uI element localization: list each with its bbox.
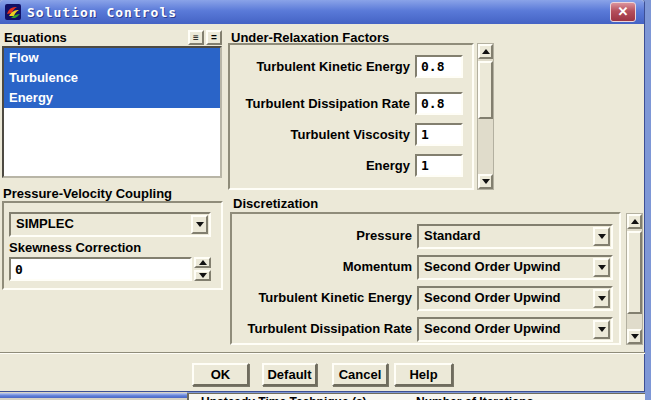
disc-dropdown-tke[interactable]: Second Order Upwind (417, 286, 613, 311)
dropdown-arrow-button[interactable] (593, 289, 610, 308)
dropdown-arrow-button[interactable] (593, 320, 610, 339)
skewness-stepper[interactable] (194, 257, 211, 281)
default-button[interactable]: Default (262, 363, 317, 386)
disc-label-tke: Turbulent Kinetic Energy (258, 290, 412, 305)
select-all-icon: ≡ (193, 32, 199, 43)
stepper-up-icon[interactable] (194, 257, 211, 268)
solution-controls-dialog: Solution Controls ✕ Equations ≡ = Flow T… (0, 0, 645, 392)
urf-input-tdr[interactable] (415, 92, 463, 115)
background-clipped-label-right: Number of Iterations (416, 395, 533, 400)
title-bar[interactable]: Solution Controls ✕ (0, 0, 644, 24)
disc-label-pressure: Pressure (356, 228, 412, 243)
screen: { "window": { "title": "Solution Control… (0, 0, 651, 400)
urf-input-viscosity[interactable] (415, 123, 463, 146)
help-button[interactable]: Help (394, 363, 453, 386)
under-relaxation-scrollbar[interactable] (477, 43, 494, 190)
chevron-down-icon (598, 327, 606, 332)
dropdown-arrow-button[interactable] (593, 227, 610, 246)
scroll-up-icon[interactable] (478, 44, 493, 59)
disc-dropdown-tdr[interactable]: Second Order Upwind (417, 317, 613, 342)
button-separator (0, 352, 645, 354)
fluent-logo-icon (5, 4, 21, 20)
background-window-band (0, 393, 187, 398)
urf-label-tdr: Turbulent Dissipation Rate (246, 96, 410, 111)
scrollbar-thumb[interactable] (627, 231, 642, 314)
equations-listbox: Flow Turbulence Energy (2, 46, 222, 178)
select-one-button[interactable]: = (206, 30, 222, 45)
chevron-down-icon (196, 222, 204, 227)
scroll-down-icon[interactable] (478, 174, 493, 189)
pv-scheme-value: SIMPLEC (16, 216, 74, 231)
close-icon: ✕ (618, 4, 629, 19)
skewness-correction-label: Skewness Correction (9, 240, 141, 255)
chevron-down-icon (598, 234, 606, 239)
disc-value-momentum: Second Order Upwind (424, 259, 561, 274)
chevron-down-icon (598, 296, 606, 301)
discretization-title: Discretization (233, 196, 318, 211)
list-item-turbulence[interactable]: Turbulence (4, 68, 220, 88)
disc-value-tke: Second Order Upwind (424, 290, 561, 305)
disc-dropdown-momentum[interactable]: Second Order Upwind (417, 255, 613, 280)
disc-value-tdr: Second Order Upwind (424, 321, 561, 336)
select-one-icon: = (211, 32, 217, 43)
urf-input-energy[interactable] (415, 154, 463, 177)
ok-button[interactable]: OK (192, 363, 249, 386)
urf-label-energy: Energy (366, 158, 410, 173)
list-item-energy[interactable]: Energy (4, 88, 220, 108)
disc-value-pressure: Standard (424, 228, 480, 243)
pv-coupling-title: Pressure-Velocity Coupling (3, 186, 172, 201)
disc-label-momentum: Momentum (343, 259, 412, 274)
disc-label-tdr: Turbulent Dissipation Rate (248, 321, 412, 336)
dropdown-arrow-button[interactable] (593, 258, 610, 277)
skewness-correction-input[interactable] (9, 257, 192, 281)
scroll-up-icon[interactable] (627, 214, 642, 229)
discretization-scrollbar[interactable] (626, 213, 643, 345)
window-title: Solution Controls (27, 5, 177, 20)
list-item-flow[interactable]: Flow (4, 48, 220, 68)
background-clipped-label-left: Unsteady Time Technique (s) (201, 395, 367, 400)
scroll-down-icon[interactable] (627, 329, 642, 344)
urf-input-tke[interactable] (415, 55, 463, 78)
background-window-panel: Unsteady Time Technique (s) Number of It… (187, 393, 645, 400)
scrollbar-thumb[interactable] (478, 61, 493, 119)
chevron-down-icon (598, 265, 606, 270)
stepper-down-icon[interactable] (194, 270, 211, 281)
cancel-button[interactable]: Cancel (332, 363, 388, 386)
urf-label-viscosity: Turbulent Viscosity (291, 127, 410, 142)
equations-label: Equations (4, 30, 67, 45)
urf-label-tke: Turbulent Kinetic Energy (256, 59, 410, 74)
dropdown-arrow-button[interactable] (191, 215, 208, 234)
disc-dropdown-pressure[interactable]: Standard (417, 224, 613, 249)
select-all-button[interactable]: ≡ (188, 30, 204, 45)
pv-scheme-dropdown[interactable]: SIMPLEC (9, 212, 211, 237)
close-button[interactable]: ✕ (610, 2, 636, 22)
